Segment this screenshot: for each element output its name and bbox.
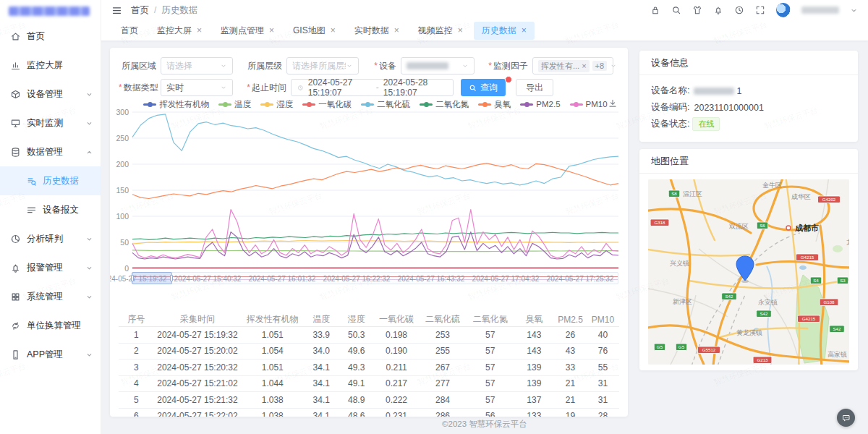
- column-header: 臭氧: [514, 313, 554, 326]
- table-cell: 0.190: [374, 346, 419, 356]
- device-select[interactable]: [401, 57, 475, 75]
- svg-text:S42: S42: [760, 311, 768, 316]
- tab-实时数据[interactable]: 实时数据×: [346, 22, 407, 40]
- table-row[interactable]: 32024-05-27 15:20:321.05134.149.30.21126…: [119, 359, 619, 376]
- export-button[interactable]: 导出: [516, 79, 553, 96]
- chat-fab-button[interactable]: [837, 409, 855, 427]
- sidebar-item-alarm-mgmt[interactable]: 报警管理: [0, 253, 101, 282]
- sidebar-item-realtime[interactable]: 实时监测: [0, 109, 101, 137]
- datazoom-selection[interactable]: [132, 272, 172, 284]
- bell-icon[interactable]: [713, 5, 723, 15]
- chevron-down-icon: [85, 293, 93, 301]
- tab-close-icon[interactable]: ×: [331, 26, 336, 35]
- legend-item-PM10[interactable]: PM10: [570, 100, 608, 109]
- region-select[interactable]: 请选择: [161, 57, 233, 75]
- tab-监测点管理[interactable]: 监测点管理×: [213, 22, 282, 40]
- datazoom-slider[interactable]: 2024-05-27 15:19:322024-05-27 15:40:3220…: [132, 272, 618, 284]
- tab-close-icon[interactable]: ×: [458, 26, 463, 35]
- lock-icon[interactable]: [650, 5, 660, 15]
- chevron-down-icon: [220, 62, 227, 69]
- tab-GIS地图[interactable]: GIS地图×: [285, 22, 344, 40]
- table-row[interactable]: 22024-05-27 15:20:021.05434.049.60.19025…: [119, 344, 619, 360]
- time-end-value[interactable]: 2024-05-28 15:19:07: [383, 77, 447, 98]
- svg-text:G5: G5: [657, 344, 663, 349]
- breadcrumb-current: 历史数据: [161, 4, 197, 17]
- table-cell: 28: [587, 411, 619, 417]
- app-logo: [0, 0, 101, 22]
- region-label: 所属区域: [119, 60, 156, 72]
- sidebar-item-analysis[interactable]: 分析研判: [0, 224, 101, 253]
- theme-icon[interactable]: [692, 5, 702, 15]
- user-chevron-down-icon[interactable]: [850, 7, 858, 14]
- table-cell: 139: [514, 362, 554, 373]
- sidebar-item-label: 报警管理: [27, 262, 63, 274]
- tabs-bar: 首页监控大屏×监测点管理×GIS地图×实时数据×视频监控×历史数据×: [101, 20, 868, 41]
- tab-视频监控[interactable]: 视频监控×: [410, 22, 471, 40]
- search-icon[interactable]: [671, 5, 681, 15]
- map-lake: [799, 265, 807, 270]
- sidebar-item-home[interactable]: 首页: [0, 22, 101, 51]
- tab-历史数据[interactable]: 历史数据×: [474, 22, 535, 40]
- device-name-blurred: [694, 88, 734, 95]
- table-cell: 1.054: [242, 346, 305, 356]
- map-label: 双流区: [728, 223, 749, 230]
- tag-close-icon[interactable]: ×: [582, 61, 586, 70]
- sidebar-item-device-message[interactable]: 设备报文: [0, 195, 101, 224]
- tab-close-icon[interactable]: ×: [269, 26, 274, 35]
- map-canvas[interactable]: 温江区金牛区成华区双流区龙兴义镇新津区永安镇黄龙溪镇高家镇成都市 S8G318G…: [648, 179, 849, 365]
- tab-label: 监测点管理: [221, 25, 264, 37]
- datazoom-handle-right[interactable]: [170, 275, 173, 281]
- sidebar-item-data-mgmt[interactable]: 数据管理: [0, 137, 101, 166]
- history-line-chart[interactable]: 050100150200250300: [110, 109, 628, 272]
- sidebar-item-label: 分析研判: [27, 233, 63, 245]
- level-select[interactable]: 请选择所属层级: [286, 57, 359, 75]
- sidebar-item-big-screen[interactable]: 监控大屏: [0, 51, 101, 80]
- table-row[interactable]: 42024-05-27 15:21:021.04434.149.10.21727…: [119, 376, 619, 393]
- status-badge: 在线: [692, 117, 720, 131]
- device-info-title: 设备信息: [639, 51, 858, 75]
- sidebar-item-device-mgmt[interactable]: 设备管理: [0, 80, 101, 109]
- tab-close-icon[interactable]: ×: [197, 26, 202, 35]
- tab-首页[interactable]: 首页: [113, 22, 146, 40]
- tab-监控大屏[interactable]: 监控大屏×: [149, 22, 210, 40]
- datazoom-handle-left[interactable]: [131, 275, 134, 281]
- map-location-card: 地图位置: [639, 149, 858, 370]
- time-start-value[interactable]: 2024-05-27 15:19:07: [308, 77, 372, 98]
- legend-item-PM2.5[interactable]: PM2.5: [520, 100, 560, 109]
- legend-marker: [218, 101, 231, 107]
- tab-close-icon[interactable]: ×: [522, 26, 527, 35]
- sidebar-item-app-mgmt[interactable]: APP管理: [0, 340, 101, 369]
- hamburger-menu-icon[interactable]: [111, 5, 122, 16]
- sidebar-item-history-data[interactable]: 历史数据: [0, 166, 101, 195]
- time-icon[interactable]: [734, 5, 744, 15]
- x-tick-label: 2024-05-27 17:04:32: [472, 275, 540, 283]
- breadcrumb-home[interactable]: 首页: [131, 4, 149, 17]
- datatype-select[interactable]: 实时: [161, 79, 233, 96]
- device-value-blurred: [407, 62, 448, 69]
- table-cell: 3: [119, 362, 153, 373]
- table-row[interactable]: 52024-05-27 15:21:321.03834.148.90.22228…: [119, 392, 619, 409]
- timerange-input[interactable]: 2024-05-27 15:19:07 - 2024-05-28 15:19:0…: [291, 79, 454, 96]
- avatar[interactable]: [776, 3, 791, 17]
- filter-row-1: 所属区域 请选择 所属层级 请选择所属层级 设备 监测因子 挥发性有...×: [119, 56, 613, 75]
- search-button[interactable]: 查询: [461, 79, 506, 96]
- svg-text:G4215: G4215: [802, 316, 816, 321]
- sidebar-item-system-mgmt[interactable]: 系统管理: [0, 282, 101, 311]
- sidebar-item-unit-convert[interactable]: 单位换算管理: [0, 311, 101, 340]
- tab-close-icon[interactable]: ×: [394, 26, 399, 35]
- clock-icon: [297, 84, 304, 92]
- factor-multiselect[interactable]: 挥发性有...× +8: [532, 57, 613, 75]
- svg-text:250: 250: [116, 134, 129, 142]
- table-row[interactable]: 12024-05-27 15:19:321.05133.950.30.19825…: [119, 327, 619, 344]
- factor-tag[interactable]: 挥发性有...×: [538, 60, 590, 72]
- road-badge: S8: [668, 190, 679, 197]
- table-cell: 34.1: [304, 378, 339, 388]
- sidebar: 首页监控大屏设备管理实时监测数据管理历史数据设备报文分析研判报警管理系统管理单位…: [0, 0, 101, 434]
- table-row[interactable]: 62024-05-27 15:22:021.03834.148.60.23128…: [119, 409, 619, 417]
- map-label: 温江区: [683, 190, 702, 197]
- download-icon[interactable]: [608, 98, 618, 109]
- device-code-label: 设备编码:: [651, 101, 689, 114]
- fullscreen-icon[interactable]: [755, 5, 765, 15]
- column-header: 二氧化氮: [467, 313, 514, 326]
- factor-more-tag[interactable]: +8: [592, 61, 608, 71]
